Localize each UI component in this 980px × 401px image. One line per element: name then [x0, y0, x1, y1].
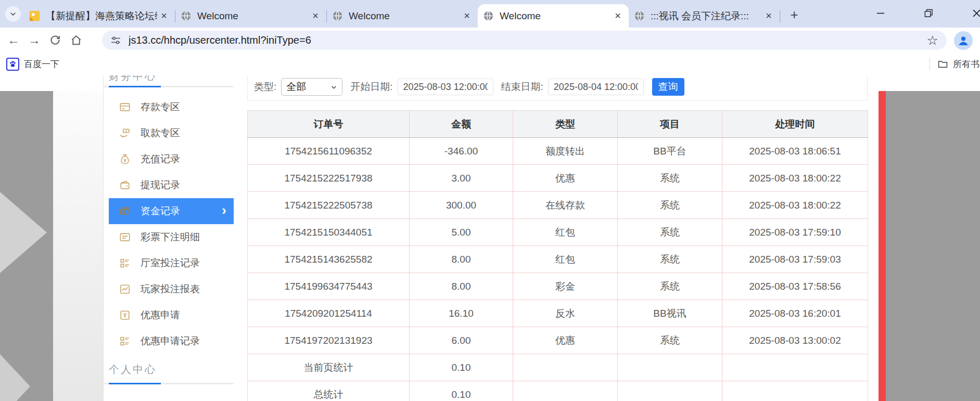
chart-report-icon: [119, 283, 131, 295]
tab-title: 【新提醒】海燕策略论坛综合交: [46, 9, 157, 23]
forward-button[interactable]: →: [24, 30, 45, 50]
sidebar-item-promo-apply-record[interactable]: 优惠申请记录: [104, 328, 234, 354]
table-header-row: 订单号 金额 类型 项目 处理时间: [248, 111, 868, 138]
globe-icon: [483, 10, 494, 21]
tab-close-icon[interactable]: ×: [460, 9, 474, 23]
minimize-button[interactable]: [873, 5, 888, 21]
tab-close-icon[interactable]: ×: [157, 9, 171, 23]
sidebar-item-label: 玩家投注报表: [141, 282, 200, 296]
address-bar[interactable]: js13.cc/hhcp/usercenter.html?iniType=6 ☆: [102, 31, 947, 50]
end-date-input[interactable]: [548, 79, 644, 95]
url-text[interactable]: js13.cc/hhcp/usercenter.html?iniType=6: [129, 34, 927, 46]
funds-record-table: 订单号 金额 类型 项目 处理时间 1754215611096352-346.0…: [247, 110, 868, 401]
cell-project: 系统: [618, 219, 722, 246]
tab-welcome-active[interactable]: Welcome ×: [478, 4, 629, 28]
start-date-label: 开始日期:: [350, 80, 392, 94]
col-order-id: 订单号: [248, 111, 410, 138]
sidebar-item-label: 彩票下注明细: [141, 230, 200, 244]
sidebar-item-deposit[interactable]: 存款专区: [104, 94, 234, 120]
reload-icon: [49, 34, 61, 46]
filter-panel: 类型: 全部 开始日期: 结束日期: 查询: [247, 75, 868, 101]
cell-project: 系统: [618, 192, 722, 219]
start-date-input[interactable]: [398, 79, 493, 95]
sidebar-item-withdraw-record[interactable]: 提现记录: [104, 172, 234, 198]
cell-type: 优惠: [513, 165, 618, 192]
cell-empty: [513, 381, 618, 401]
red-scrollbar[interactable]: [879, 91, 886, 401]
table-row: 17541972021319236.00优惠系统2025-08-03 13:00…: [248, 327, 868, 354]
col-type: 类型: [513, 111, 618, 138]
main-panel: 类型: 全部 开始日期: 结束日期: 查询 订单号 金额: [247, 75, 868, 401]
cell-amount: 16.10: [410, 300, 513, 327]
table-row: 17541996347754438.00彩金系统2025-08-03 17:58…: [248, 273, 868, 300]
tab-search-button[interactable]: [5, 6, 21, 22]
tab-strip: 【新提醒】海燕策略论坛综合交 × Welcome × Welcome × Wel…: [24, 4, 803, 28]
cell-time: 2025-08-03 18:06:51: [722, 138, 868, 165]
bookmark-star-icon[interactable]: ☆: [927, 34, 938, 47]
restore-button[interactable]: [921, 5, 936, 21]
cell-time: 2025-08-03 17:59:03: [722, 246, 868, 273]
bookmark-label: 百度一下: [24, 58, 59, 70]
col-amount: 金额: [410, 111, 513, 138]
reload-button[interactable]: [45, 30, 66, 50]
type-select[interactable]: 全部: [281, 78, 342, 96]
all-bookmarks[interactable]: 所有书签: [930, 56, 980, 72]
tab-close-icon[interactable]: ×: [762, 9, 775, 23]
tab-welcome-2[interactable]: Welcome ×: [327, 4, 478, 28]
cell-empty: [722, 381, 868, 401]
restore-icon: [924, 9, 933, 18]
end-date-label: 结束日期:: [501, 80, 543, 94]
cell-order-id: 1754197202131923: [248, 327, 410, 354]
bookmark-baidu[interactable]: 百度一下: [6, 56, 59, 72]
sidebar: 财务中心 存款专区 取款专区 充值记录 提现记录: [103, 75, 234, 401]
forum-icon: [29, 10, 40, 21]
sidebar-item-label: 提现记录: [141, 178, 180, 192]
table-row: 1754215611096352-346.00额度转出BB平台2025-08-0…: [248, 138, 868, 165]
withdraw-hand-icon: [119, 127, 131, 139]
cell-time: 2025-08-03 17:58:56: [722, 273, 868, 300]
cell-type: 反水: [513, 300, 618, 327]
sidebar-item-promo-apply[interactable]: 优惠申请: [104, 302, 234, 328]
search-button[interactable]: 查询: [652, 78, 684, 96]
cell-empty: [618, 381, 722, 401]
cell-summary-label: 当前页统计: [248, 354, 410, 381]
table-row: 17542151503440515.00红包系统2025-08-03 17:59…: [248, 219, 868, 246]
decor-triangle: [0, 192, 47, 273]
sidebar-item-funds-record[interactable]: 资金记录 ›: [109, 198, 234, 224]
back-button[interactable]: ←: [3, 30, 24, 50]
tab-close-icon[interactable]: ×: [611, 9, 625, 23]
cell-empty: [618, 354, 722, 381]
cell-project: BB视讯: [618, 300, 722, 327]
sidebar-item-lottery-detail[interactable]: 彩票下注明细: [104, 224, 234, 250]
tab-welcome-1[interactable]: Welcome ×: [175, 4, 326, 28]
close-window-button[interactable]: [969, 5, 980, 21]
cell-order-id: 1754199634775443: [248, 273, 410, 300]
page-gutter-left: [53, 91, 103, 401]
profile-avatar[interactable]: [954, 31, 973, 50]
cell-time: 2025-08-03 18:00:22: [722, 165, 868, 192]
cell-summary-amount: 0.10: [410, 381, 513, 401]
tab-title: :::视讯 会员下注纪录:::: [651, 9, 762, 23]
baidu-paw-icon: [6, 58, 19, 71]
cell-project: 系统: [618, 246, 722, 273]
tab-forum[interactable]: 【新提醒】海燕策略论坛综合交 ×: [24, 4, 175, 28]
chevron-right-icon: ›: [222, 202, 226, 218]
sidebar-item-withdraw[interactable]: 取款专区: [104, 120, 234, 146]
tab-video-records[interactable]: :::视讯 会员下注纪录::: ×: [629, 4, 780, 28]
sidebar-item-hall-bet-record[interactable]: 厅室投注记录: [104, 250, 234, 276]
type-select-value: 全部: [286, 80, 306, 94]
site-settings-icon[interactable]: [110, 35, 121, 46]
cell-summary-amount: 0.10: [410, 354, 513, 381]
page-content: 财务中心 存款专区 取款专区 充值记录 提现记录: [0, 75, 980, 401]
cell-order-id: 1754215222517938: [248, 165, 410, 192]
home-button[interactable]: [66, 30, 86, 50]
col-project: 项目: [618, 111, 722, 138]
cell-amount: -346.00: [410, 138, 513, 165]
sidebar-item-player-bet-report[interactable]: 玩家投注报表: [104, 276, 234, 302]
cell-time: 2025-08-03 18:00:22: [722, 192, 868, 219]
sidebar-item-recharge[interactable]: 充值记录: [104, 146, 234, 172]
tab-close-icon[interactable]: ×: [309, 9, 322, 23]
list-detail-icon: [119, 231, 131, 243]
new-tab-button[interactable]: +: [785, 6, 803, 23]
money-bag-icon: [119, 153, 131, 165]
